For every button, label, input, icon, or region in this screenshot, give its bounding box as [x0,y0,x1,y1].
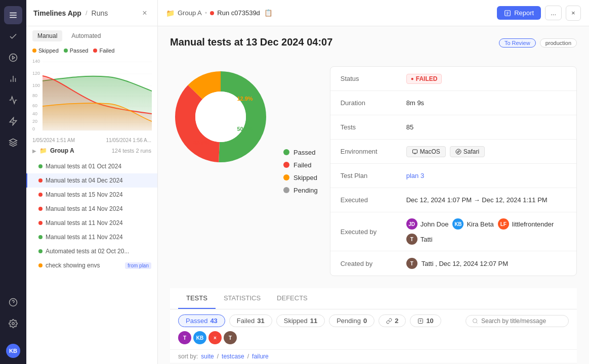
status-dot-green-6 [38,249,43,253]
status-row-createdby: Created by T Tatti , Dec 12, 2024 12:07 … [330,251,576,276]
more-options-button[interactable]: ... [545,6,562,20]
svg-text:0: 0 [32,126,35,131]
test-plan-link[interactable]: plan 3 [406,172,424,179]
executed-by-key: Executed by [341,228,406,236]
issue-icon [417,318,424,324]
filter-failed[interactable]: Failed 31 [229,314,272,327]
status-panel: Status ● FAILED Duration 8m 9s T [330,66,577,276]
tab-automated[interactable]: Automated [66,30,106,41]
hamburger-menu-icon[interactable] [4,6,22,24]
tests-val: 85 [406,123,566,131]
legend-color-passed [283,149,289,155]
check-icon[interactable] [4,27,22,46]
nav-item-4[interactable]: Manual tests at 11 Nov 2024 [26,216,157,230]
nav-item-1[interactable]: Manual tests at 04 Dec 2024 [26,173,157,188]
activity-icon[interactable] [4,91,22,109]
environment-key: Environment [341,148,406,155]
nav-close-button[interactable]: × [139,8,150,19]
filter-skipped[interactable]: Skipped 11 [276,314,325,327]
nav-item-label-2: Manual tests at 15 Nov 2024 [46,191,151,198]
filter-failed-count: 31 [257,317,264,325]
failed-label: Failed [99,48,114,54]
env-safari-label: Safari [464,148,479,155]
env-tags: To Review production [499,38,577,48]
filter-bar: Passed 43 Failed 31 Skipped 11 Pending 0 [170,309,577,350]
svg-point-47 [473,318,477,323]
group-item[interactable]: ▶ 📁 Group A 124 tests 2 runs [26,144,157,157]
user-name-tatti: Tatti [420,236,433,243]
user-av-lf: LF [498,218,509,230]
report-icon [504,10,511,17]
filter-link[interactable]: 2 [378,314,406,327]
nav-item-2[interactable]: Manual tests at 15 Nov 2024 [26,188,157,202]
layers-icon[interactable] [4,133,22,152]
svg-text:100: 100 [32,83,40,88]
legend-skipped: Skipped [32,48,59,54]
donut-chart: 12.9% 36.5% 50.6% [170,66,271,167]
nav-item-label-5: Manual tests at 11 Nov 2024 [46,234,151,241]
user-filter-chips: T KB × T [178,331,237,344]
status-dot-green [38,164,43,168]
user-name-lf: littlefrontender [512,220,554,228]
filter-pending[interactable]: Pending 0 [329,314,374,327]
created-by-key: Created by [341,260,406,267]
tab-tests[interactable]: TESTS [178,288,216,309]
chart-icon[interactable] [4,70,22,88]
user-chip-filter-t2[interactable]: T [224,331,237,344]
svg-text:60: 60 [32,103,37,108]
nav-item-label-1: Manual tests at 04 Dec 2024 [46,177,151,184]
top-bar-actions: Report ... × [497,6,581,21]
help-icon[interactable] [4,293,22,311]
user-chip-filter-kb[interactable]: KB [193,331,206,344]
status-row-environment: Environment MacOS Safari [330,140,576,164]
nav-item-label-6: Automated tests at 02 Oct 20... [46,248,151,255]
tab-statistics[interactable]: STATISTICS [216,288,269,309]
user-chip-filter-x[interactable]: × [208,331,222,344]
report-button[interactable]: Report [497,6,541,20]
sort-testcase-link[interactable]: testcase [222,353,244,360]
executed-key: Executed [341,196,406,204]
passed-label: Passed [70,48,89,54]
search-input[interactable] [481,317,562,325]
settings-icon[interactable] [4,314,22,333]
nav-item-6[interactable]: Automated tests at 02 Oct 20... [26,244,157,258]
play-icon[interactable] [4,49,22,67]
tab-manual[interactable]: Manual [32,30,62,41]
status-key: Status [341,75,406,82]
nav-item-5[interactable]: Manual tests at 11 Nov 2024 [26,230,157,244]
close-main-button[interactable]: × [566,6,581,21]
duration-val: 8m 9s [406,99,566,107]
env-tag-production[interactable]: production [540,38,577,48]
sort-suite-link[interactable]: suite [201,353,214,360]
nav-item-3[interactable]: Manual tests at 14 Nov 2024 [26,202,157,216]
copy-run-id-button[interactable]: 📋 [264,9,273,17]
status-badge-failed: ● FAILED [406,74,442,84]
user-chip-filter-t[interactable]: T [178,331,191,344]
sort-failure-link[interactable]: failure [252,353,269,360]
filter-issue[interactable]: 10 [410,314,441,327]
env-tag-review[interactable]: To Review [499,38,536,48]
legend-text-failed: Failed [293,161,311,169]
nav-item-label-7: check showing envs [46,262,122,269]
legend-entry-pending: Pending [283,187,318,194]
tab-defects[interactable]: DEFECTS [269,288,316,309]
test-plan-key: Test Plan [341,172,406,179]
legend-color-pending [283,187,289,193]
nav-item-0[interactable]: Manual tests at 01 Oct 2024 [26,159,157,173]
status-row-executed: Executed Dec 12, 2024 1:07 PM → Dec 12, … [330,188,576,212]
svg-point-3 [10,54,17,62]
runs-label[interactable]: Runs [92,9,108,17]
user-chip-tatti: T Tatti [406,234,433,245]
chart-label-start: 1/05/2024 1:51 AM [32,138,75,143]
svg-text:120: 120 [32,71,40,76]
status-dot-red-2 [38,193,43,197]
duration-key: Duration [341,99,406,107]
status-row-tests: Tests 85 [330,115,576,140]
group-arrow-icon: ▶ [32,148,36,154]
breadcrumb-group: Group A [178,9,202,17]
nav-item-7[interactable]: check showing envs from plan [26,258,157,272]
filter-passed[interactable]: Passed 43 [178,314,225,327]
user-avatar[interactable]: KB [6,344,20,358]
lightning-icon[interactable] [4,112,22,130]
status-row-status: Status ● FAILED [330,67,576,91]
